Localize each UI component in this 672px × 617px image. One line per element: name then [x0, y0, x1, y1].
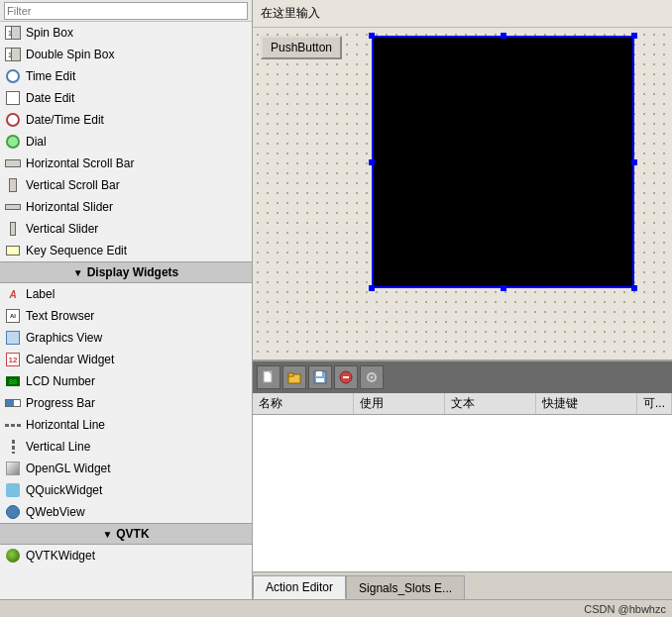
form-title-bar: 在这里输入 [253, 0, 672, 28]
tab-signals-slots[interactable]: Signals_Slots E... [346, 575, 465, 599]
hline-icon [4, 417, 22, 433]
sidebar-item-label: Key Sequence Edit [26, 244, 127, 257]
handle-mid-right[interactable] [631, 159, 637, 165]
handle-bottom-left[interactable] [369, 285, 375, 291]
sidebar-item-qvtk-widget[interactable]: QVTKWidget [0, 545, 252, 566]
push-button[interactable]: PushButton [261, 36, 342, 59]
dial-icon [4, 134, 22, 150]
table-header: 名称 使用 文本 快捷键 可... [253, 393, 672, 415]
main-container: 1 Spin Box 1 Double Spin Box Time Edit [0, 0, 672, 599]
left-panel: 1 Spin Box 1 Double Spin Box Time Edit [0, 0, 253, 599]
sidebar-item-datetime-edit[interactable]: Date/Time Edit [0, 109, 252, 131]
sidebar-item-lcd-number[interactable]: 88 LCD Number [0, 370, 252, 392]
section-header-label-qvtk: QVTK [116, 527, 149, 541]
toolbar-open-btn[interactable] [282, 365, 306, 389]
action-table: 名称 使用 文本 快捷键 可... [253, 393, 672, 571]
sidebar-item-qquick-widget[interactable]: QQuickWidget [0, 479, 252, 501]
sidebar-item-label: Progress Bar [26, 396, 95, 410]
sidebar-item-label: Vertical Line [26, 440, 90, 454]
vslider-icon [4, 221, 22, 237]
calendar-widget-icon: 12 [4, 352, 22, 367]
selected-widget-container [372, 36, 634, 288]
svg-point-9 [371, 376, 374, 379]
vline-icon [4, 439, 22, 455]
sidebar-item-label: Horizontal Line [26, 418, 105, 432]
sidebar-item-label: Vertical Scroll Bar [26, 178, 120, 192]
design-area[interactable]: 在这里输入 PushButton [253, 0, 672, 361]
bottom-panel: 名称 使用 文本 快捷键 可... Action Editor Signals_… [253, 361, 672, 599]
sidebar-item-vertical-scroll-bar[interactable]: Vertical Scroll Bar [0, 174, 252, 196]
sidebar-item-label: Date Edit [26, 91, 74, 105]
handle-top-right[interactable] [631, 33, 637, 39]
document-icon [262, 370, 276, 384]
section-arrow-qvtk: ▼ [102, 529, 112, 540]
spinbox-icon: 1 [4, 25, 22, 41]
toolbar-new-btn[interactable] [257, 365, 280, 389]
sidebar-item-key-sequence-edit[interactable]: Key Sequence Edit [0, 240, 252, 261]
section-header-qvtk[interactable]: ▼ QVTK [0, 523, 252, 545]
hscroll-icon [4, 155, 22, 171]
toolbar-strip [253, 361, 672, 393]
widget-canvas-area[interactable]: PushButton [253, 28, 672, 360]
section-arrow: ▼ [73, 267, 83, 278]
sidebar-item-label: Graphics View [26, 331, 102, 345]
sidebar-item-label: QQuickWidget [26, 483, 102, 497]
sidebar-item-dial[interactable]: Dial [0, 131, 252, 153]
table-body [253, 415, 672, 571]
sidebar-item-label: Time Edit [26, 69, 75, 83]
delete-icon [339, 370, 353, 384]
handle-mid-left[interactable] [369, 159, 375, 165]
filter-bar [0, 0, 252, 22]
gear-icon [365, 370, 379, 384]
graphicsview-icon [4, 330, 22, 346]
sidebar-item-vertical-line[interactable]: Vertical Line [0, 436, 252, 458]
handle-top-left[interactable] [369, 33, 375, 39]
sidebar-item-horizontal-line[interactable]: Horizontal Line [0, 414, 252, 436]
toolbar-settings-btn[interactable] [360, 365, 384, 389]
sidebar-item-label: Calendar Widget [26, 353, 114, 366]
handle-top-center[interactable] [501, 33, 506, 39]
svg-rect-5 [316, 378, 324, 382]
sidebar-item-vertical-slider[interactable]: Vertical Slider [0, 218, 252, 240]
sidebar-item-progress-bar[interactable]: Progress Bar [0, 392, 252, 414]
sidebar-item-calendar-widget[interactable]: 12 Calendar Widget [0, 349, 252, 370]
widget-list: 1 Spin Box 1 Double Spin Box Time Edit [0, 22, 252, 599]
table-header-name: 名称 [253, 393, 354, 414]
table-header-use: 使用 [354, 393, 445, 414]
svg-rect-4 [316, 371, 322, 376]
handle-bottom-center[interactable] [501, 285, 506, 291]
sidebar-item-label: OpenGL Widget [26, 462, 111, 475]
sidebar-item-graphics-view[interactable]: Graphics View [0, 327, 252, 349]
sidebar-item-label: Double Spin Box [26, 48, 114, 61]
toolbar-save-btn[interactable] [308, 365, 332, 389]
table-header-text: 文本 [445, 393, 536, 414]
toolbar-delete-btn[interactable] [334, 365, 358, 389]
sidebar-item-label: Horizontal Scroll Bar [26, 156, 134, 170]
hslider-icon [4, 199, 22, 215]
table-header-visible: 可... [637, 393, 672, 414]
opengl-icon [4, 461, 22, 476]
filter-input[interactable] [4, 2, 248, 20]
sidebar-item-horizontal-scroll-bar[interactable]: Horizontal Scroll Bar [0, 153, 252, 174]
sidebar-item-double-spin-box[interactable]: 1 Double Spin Box [0, 44, 252, 65]
section-header-display-widgets[interactable]: ▼ Display Widgets [0, 261, 252, 283]
sidebar-item-date-edit[interactable]: Date Edit [0, 87, 252, 109]
table-header-shortcut: 快捷键 [536, 393, 637, 414]
tab-action-editor[interactable]: Action Editor [253, 575, 346, 599]
sidebar-item-qweb-view[interactable]: QWebView [0, 501, 252, 523]
sidebar-item-text-browser[interactable]: AI Text Browser [0, 305, 252, 327]
sidebar-item-opengl-widget[interactable]: OpenGL Widget [0, 458, 252, 479]
sidebar-item-time-edit[interactable]: Time Edit [0, 65, 252, 87]
sidebar-item-label: Date/Time Edit [26, 113, 104, 127]
section-header-label: Display Widgets [87, 265, 179, 279]
black-widget[interactable] [372, 36, 634, 288]
svg-rect-2 [288, 373, 293, 376]
sidebar-item-label: QWebView [26, 505, 85, 519]
calendar-icon [4, 90, 22, 106]
sidebar-item-label[interactable]: A Label [0, 283, 252, 305]
sidebar-item-spin-box[interactable]: 1 Spin Box [0, 22, 252, 44]
handle-bottom-right[interactable] [631, 285, 637, 291]
save-icon [313, 370, 327, 384]
sidebar-item-horizontal-slider[interactable]: Horizontal Slider [0, 196, 252, 218]
vscroll-icon [4, 177, 22, 193]
